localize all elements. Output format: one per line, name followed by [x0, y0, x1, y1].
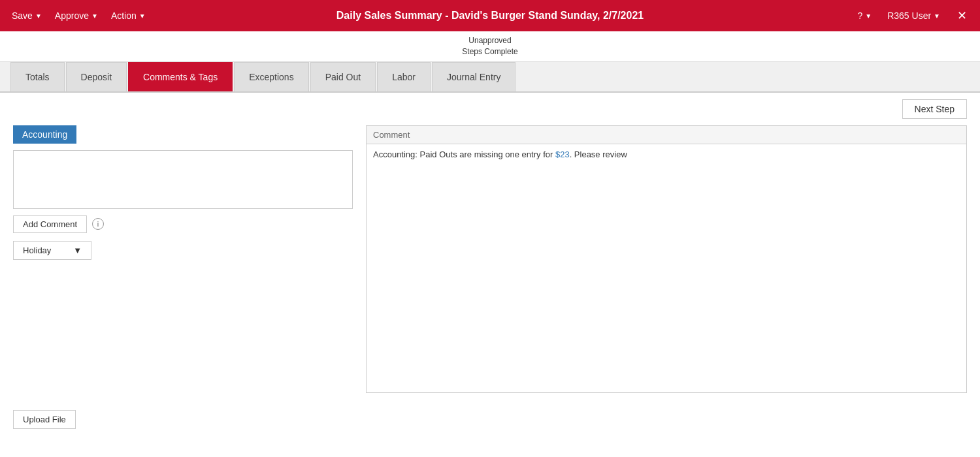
approve-label: Approve — [55, 10, 89, 21]
action-label: Action — [111, 10, 137, 21]
holiday-label: Holiday — [23, 245, 51, 255]
approve-button[interactable]: Approve ▼ — [51, 8, 102, 24]
topbar-right: ? ▼ R365 User ▼ ✕ — [853, 6, 972, 25]
comment-entry: Accounting: Paid Outs are missing one en… — [373, 150, 627, 159]
next-step-button[interactable]: Next Step — [902, 99, 967, 119]
page-title: Daily Sales Summary - David's Burger Sta… — [336, 10, 644, 22]
action-button[interactable]: Action ▼ — [107, 8, 150, 24]
comment-feed-panel: Comment Accounting: Paid Outs are missin… — [366, 125, 967, 393]
approve-arrow-icon: ▼ — [91, 12, 98, 20]
accounting-badge: Accounting — [13, 125, 76, 144]
tabs-bar: Totals Deposit Comments & Tags Exception… — [0, 62, 980, 93]
topbar-left: Save ▼ Approve ▼ Action ▼ — [8, 8, 150, 24]
save-label: Save — [12, 10, 33, 21]
tab-journal-entry[interactable]: Journal Entry — [432, 62, 515, 91]
next-step-row: Next Step — [0, 93, 980, 119]
status-line1: Unapproved — [0, 35, 980, 46]
tab-totals[interactable]: Totals — [10, 62, 65, 91]
user-button[interactable]: R365 User ▼ — [883, 8, 944, 24]
action-arrow-icon: ▼ — [139, 12, 146, 20]
user-label: R365 User — [887, 10, 931, 21]
close-button[interactable]: ✕ — [952, 6, 972, 25]
tab-deposit[interactable]: Deposit — [66, 62, 127, 91]
comment-body: Accounting: Paid Outs are missing one en… — [367, 144, 966, 392]
comment-suffix: . Please review — [570, 150, 627, 159]
info-icon: i — [92, 218, 104, 230]
tab-paid-out[interactable]: Paid Out — [310, 62, 376, 91]
tab-comments-tags[interactable]: Comments & Tags — [128, 62, 233, 91]
help-button[interactable]: ? ▼ — [853, 8, 875, 24]
left-panel: Accounting Add Comment i Holiday ▼ — [13, 125, 353, 393]
topbar: Save ▼ Approve ▼ Action ▼ Daily Sales Su… — [0, 0, 980, 31]
upload-row: Upload File — [0, 400, 980, 439]
user-arrow-icon: ▼ — [934, 12, 940, 20]
comment-amount: $23 — [555, 150, 570, 159]
save-arrow-icon: ▼ — [35, 12, 42, 20]
help-arrow-icon: ▼ — [865, 12, 872, 20]
content-area: Accounting Add Comment i Holiday ▼ Comme… — [0, 125, 980, 393]
save-button[interactable]: Save ▼ — [8, 8, 46, 24]
status-bar: Unapproved Steps Complete — [0, 31, 980, 62]
holiday-arrow-icon: ▼ — [73, 245, 82, 255]
comment-column-header: Comment — [367, 126, 966, 144]
upload-file-button[interactable]: Upload File — [13, 410, 76, 429]
tab-exceptions[interactable]: Exceptions — [234, 62, 308, 91]
comment-input[interactable] — [13, 150, 353, 209]
close-icon: ✕ — [957, 9, 967, 22]
status-line2: Steps Complete — [0, 46, 980, 57]
help-icon: ? — [857, 10, 862, 21]
tab-labor[interactable]: Labor — [377, 62, 431, 91]
holiday-dropdown-button[interactable]: Holiday ▼ — [13, 241, 91, 260]
tags-row: Holiday ▼ — [13, 241, 353, 260]
comment-actions: Add Comment i — [13, 215, 353, 233]
add-comment-button[interactable]: Add Comment — [13, 215, 87, 233]
comment-prefix: Accounting: Paid Outs are missing one en… — [373, 150, 555, 159]
